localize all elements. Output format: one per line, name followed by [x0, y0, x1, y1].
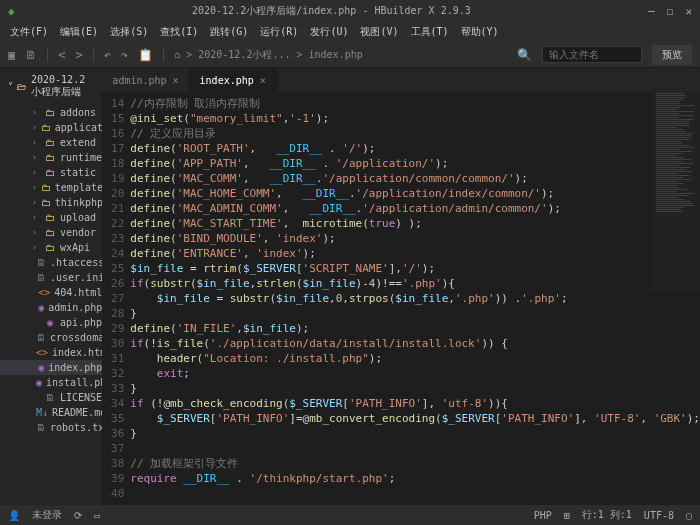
tree-item[interactable]: ◉admin.php	[0, 300, 102, 315]
html-icon: <>	[36, 347, 48, 358]
folder-icon: 🗀	[41, 122, 51, 133]
tree-item[interactable]: ›🗀template	[0, 180, 102, 195]
tree-item[interactable]: ◉index.php	[0, 360, 102, 375]
login-status[interactable]: 未登录	[32, 508, 62, 522]
tree-item-label: upload	[60, 212, 96, 223]
folder-icon: 🗀	[44, 227, 56, 238]
tree-item-label: extend	[60, 137, 96, 148]
preview-button[interactable]: 预览	[652, 45, 692, 65]
close-tab-icon[interactable]: ×	[260, 75, 266, 86]
encoding[interactable]: UTF-8	[644, 510, 674, 521]
notification-icon[interactable]: ▢	[686, 510, 692, 521]
minimap[interactable]	[652, 92, 700, 292]
close-icon[interactable]: ✕	[685, 5, 692, 18]
tree-item[interactable]: 🗎robots.txt	[0, 420, 102, 435]
terminal-icon[interactable]: ▭	[94, 510, 100, 521]
sync-icon[interactable]: ⟳	[74, 510, 82, 521]
tree-item-label: index.php	[48, 362, 102, 373]
menu-item[interactable]: 选择(S)	[106, 23, 152, 41]
txt-icon: 🗎	[36, 257, 46, 268]
language-mode[interactable]: PHP	[534, 510, 552, 521]
tree-item[interactable]: ›🗀application	[0, 120, 102, 135]
folder-icon: 🗀	[41, 197, 51, 208]
project-root[interactable]: ˅ 🗁 2020-12.2小程序后端	[0, 68, 102, 105]
grid-icon[interactable]: ⊞	[564, 510, 570, 521]
folder-icon: 🗀	[41, 182, 51, 193]
tree-item-label: .user.ini	[50, 272, 102, 283]
tree-item-label: thinkphp	[55, 197, 103, 208]
tree-item[interactable]: 🗎.user.ini	[0, 270, 102, 285]
txt-icon: 🗎	[36, 422, 46, 433]
editor-tab[interactable]: index.php×	[190, 68, 277, 92]
tree-item[interactable]: ›🗀vendor	[0, 225, 102, 240]
menu-item[interactable]: 帮助(Y)	[457, 23, 503, 41]
paste-icon[interactable]: 📋	[138, 48, 153, 62]
tree-item[interactable]: 🗎LICENSE	[0, 390, 102, 405]
code-lines[interactable]: //内存限制 取消内存限制@ini_set("memory_limit",'-1…	[130, 92, 700, 505]
php-icon: ◉	[38, 362, 44, 373]
tree-item[interactable]: <>index.html	[0, 345, 102, 360]
tree-item[interactable]: ›🗀extend	[0, 135, 102, 150]
home-icon[interactable]: ⌂	[174, 49, 180, 60]
tree-item[interactable]: ›🗀static	[0, 165, 102, 180]
maximize-icon[interactable]: ☐	[667, 5, 674, 18]
tree-item[interactable]: ›🗀addons	[0, 105, 102, 120]
menu-item[interactable]: 文件(F)	[6, 23, 52, 41]
minimize-icon[interactable]: ─	[648, 5, 655, 18]
undo-icon[interactable]: ↶	[104, 48, 111, 62]
folder-icon: 🗀	[44, 167, 56, 178]
titlebar: ◆ 2020-12.2小程序后端/index.php - HBuilder X …	[0, 0, 700, 22]
line-gutter: 1415161718192021222324252627282930313233…	[102, 92, 130, 505]
forward-icon[interactable]: >	[75, 48, 82, 62]
tree-item[interactable]: ◉api.php	[0, 315, 102, 330]
md-icon: M↓	[36, 407, 48, 418]
tree-item[interactable]: M↓README.md	[0, 405, 102, 420]
tree-item-label: LICENSE	[60, 392, 102, 403]
tree-item[interactable]: ›🗀wxApi	[0, 240, 102, 255]
redo-icon[interactable]: ↷	[121, 48, 128, 62]
menu-item[interactable]: 运行(R)	[256, 23, 302, 41]
explorer-icon[interactable]: ▣	[8, 48, 15, 62]
close-tab-icon[interactable]: ×	[173, 75, 179, 86]
folder-icon: 🗀	[44, 242, 56, 253]
tree-item[interactable]: ›🗀upload	[0, 210, 102, 225]
breadcrumb-item[interactable]: index.php	[309, 49, 363, 60]
tree-item[interactable]: 🗎crossdomain.xml	[0, 330, 102, 345]
tree-item[interactable]: ›🗀thinkphp	[0, 195, 102, 210]
chevron-down-icon: ˅	[8, 81, 13, 92]
menu-item[interactable]: 工具(T)	[407, 23, 453, 41]
menu-item[interactable]: 跳转(G)	[206, 23, 252, 41]
code-area[interactable]: 1415161718192021222324252627282930313233…	[102, 92, 700, 505]
txt-icon: 🗎	[44, 392, 56, 403]
menu-item[interactable]: 发行(U)	[306, 23, 352, 41]
new-file-icon[interactable]: 🗎	[25, 48, 37, 62]
tree-item-label: wxApi	[60, 242, 90, 253]
tree-item[interactable]: <>404.html	[0, 285, 102, 300]
tree-item-label: runtime	[60, 152, 102, 163]
search-icon[interactable]: 🔍	[517, 48, 532, 62]
tree-item-label: template	[55, 182, 103, 193]
back-icon[interactable]: <	[58, 48, 65, 62]
filename-input[interactable]	[542, 46, 642, 63]
folder-icon: 🗀	[44, 137, 56, 148]
editor-tab[interactable]: admin.php×	[102, 68, 189, 92]
tree-item-label: crossdomain.xml	[50, 332, 102, 343]
tree-item-label: robots.txt	[50, 422, 102, 433]
tree-item[interactable]: ◉install.php	[0, 375, 102, 390]
menu-item[interactable]: 编辑(E)	[56, 23, 102, 41]
editor-tabs: admin.php×index.php×	[102, 68, 700, 92]
editor-pane: admin.php×index.php× 1415161718192021222…	[102, 68, 700, 505]
app-logo: ◆	[8, 5, 15, 18]
breadcrumb: ⌂ > 2020-12.2小程... > index.php	[174, 48, 363, 62]
folder-icon: 🗀	[44, 107, 56, 118]
folder-icon: 🗀	[44, 152, 56, 163]
php-icon: ◉	[38, 302, 44, 313]
user-icon[interactable]: 👤	[8, 510, 20, 521]
menu-item[interactable]: 视图(V)	[356, 23, 402, 41]
php-icon: ◉	[44, 317, 56, 328]
tree-item-label: install.php	[46, 377, 102, 388]
menu-item[interactable]: 查找(I)	[156, 23, 202, 41]
tree-item[interactable]: 🗎.htaccess	[0, 255, 102, 270]
breadcrumb-item[interactable]: 2020-12.2小程...	[198, 48, 290, 62]
tree-item[interactable]: ›🗀runtime	[0, 150, 102, 165]
